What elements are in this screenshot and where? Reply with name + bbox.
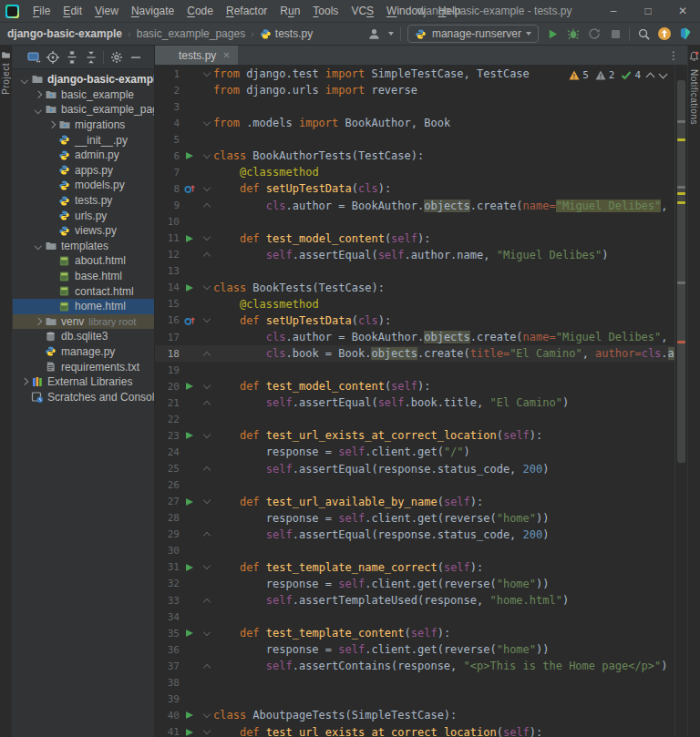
- select-opened-file-icon[interactable]: [26, 49, 41, 65]
- run-test-gutter-icon[interactable]: [180, 284, 200, 292]
- code-line-16[interactable]: 16 def setUpTestData(cls):: [155, 312, 687, 329]
- run-test-gutter-icon[interactable]: [180, 498, 200, 506]
- breadcrumb-item-django-basic-example[interactable]: django-basic-example: [7, 27, 122, 40]
- code-text[interactable]: def test_model_content(self):: [213, 232, 687, 245]
- run-configuration-select[interactable]: manage-runserver: [407, 25, 539, 43]
- code-text[interactable]: def setUpTestData(cls):: [213, 314, 687, 327]
- coverage-button[interactable]: [587, 26, 602, 41]
- breadcrumb-item-basic_example_pages[interactable]: basic_example_pages: [137, 27, 245, 40]
- code-line-39[interactable]: 39: [155, 691, 687, 707]
- code-text[interactable]: class AboutpageTests(SimpleTestCase):: [213, 709, 687, 722]
- code-line-31[interactable]: 31 def test_template_name_correct(self):: [155, 559, 687, 576]
- tree-item-migrations[interactable]: migrations: [13, 118, 154, 133]
- fold-collapse-icon[interactable]: [200, 714, 213, 717]
- warnings-count[interactable]: 5: [569, 69, 589, 81]
- code-text[interactable]: self.assertTemplateUsed(response, "home.…: [213, 594, 687, 607]
- settings-icon[interactable]: [108, 49, 124, 65]
- code-line-29[interactable]: 29 self.assertEqual(response.status_code…: [155, 527, 687, 543]
- tree-chevron-right-icon[interactable]: [46, 122, 57, 128]
- fold-collapse-icon[interactable]: [200, 385, 213, 388]
- user-dropdown-arrow-icon[interactable]: [388, 32, 394, 36]
- fold-end-icon[interactable]: [200, 204, 213, 207]
- menu-item-code[interactable]: Code: [180, 0, 220, 22]
- overriding-method-gutter-icon[interactable]: [180, 314, 200, 327]
- run-test-gutter-icon[interactable]: [180, 630, 200, 637]
- tree-chevron-down-icon[interactable]: [32, 107, 44, 113]
- fold-end-icon[interactable]: [200, 665, 213, 668]
- tree-item-venv[interactable]: venvlibrary root: [13, 314, 154, 330]
- next-issue-icon[interactable]: [659, 70, 668, 79]
- run-button[interactable]: [545, 26, 560, 41]
- breadcrumb-item-tests.py[interactable]: tests.py: [260, 27, 313, 40]
- code-text[interactable]: @classmethod: [213, 298, 687, 311]
- expand-all-icon[interactable]: [64, 49, 79, 65]
- tree-chevron-right-icon[interactable]: [32, 319, 44, 324]
- notifications-bell-icon[interactable]: [689, 49, 699, 66]
- code-line-19[interactable]: 19: [155, 362, 687, 378]
- code-line-33[interactable]: 33 self.assertTemplateUsed(response, "ho…: [155, 592, 687, 609]
- run-test-gutter-icon[interactable]: [180, 383, 200, 390]
- tree-item-urls-py[interactable]: urls.py: [13, 208, 154, 223]
- code-text[interactable]: def test_model_content(self):: [213, 380, 687, 393]
- code-line-25[interactable]: 25 self.assertEqual(response.status_code…: [155, 461, 687, 477]
- code-line-6[interactable]: 6class BookAuthorTests(TestCase):: [155, 148, 687, 164]
- tree-item-models-py[interactable]: models.py: [13, 178, 154, 193]
- code-text[interactable]: def test_template_name_correct(self):: [213, 561, 687, 574]
- code-line-10[interactable]: 10: [155, 214, 687, 230]
- menu-item-navigate[interactable]: Navigate: [125, 0, 180, 22]
- menu-item-refactor[interactable]: Refactor: [220, 0, 273, 22]
- menu-item-edit[interactable]: Edit: [57, 0, 88, 22]
- code-line-5[interactable]: 5: [155, 131, 687, 148]
- code-line-4[interactable]: 4from .models import BookAuthor, Book: [155, 115, 687, 131]
- update-available-button[interactable]: [657, 26, 672, 41]
- previous-issue-icon[interactable]: [646, 72, 655, 81]
- code-line-32[interactable]: 32 response = self.client.get(reverse("h…: [155, 576, 687, 592]
- inspections-widget[interactable]: 5 2 4: [566, 68, 669, 82]
- fold-collapse-icon[interactable]: [200, 566, 213, 568]
- code-line-38[interactable]: 38: [155, 674, 687, 691]
- project-tool-window-button[interactable]: Project: [1, 63, 11, 95]
- code-line-24[interactable]: 24 response = self.client.get("/"): [155, 444, 687, 460]
- code-line-30[interactable]: 30: [155, 543, 687, 559]
- notifications-tool-window-button[interactable]: Notifications: [689, 69, 699, 125]
- code-line-36[interactable]: 36 response = self.client.get(reverse("h…: [155, 641, 687, 658]
- code-text[interactable]: from django.urls import reverse: [213, 84, 687, 97]
- code-text[interactable]: from .models import BookAuthor, Book: [213, 117, 687, 129]
- menu-item-tools[interactable]: Tools: [306, 0, 345, 22]
- menu-item-file[interactable]: File: [26, 0, 57, 22]
- fold-collapse-icon[interactable]: [200, 155, 213, 158]
- code-line-13[interactable]: 13: [155, 263, 687, 280]
- code-line-12[interactable]: 12 self.assertEqual(self.author.name, "M…: [155, 247, 687, 263]
- code-line-2[interactable]: 2from django.urls import reverse: [155, 82, 687, 98]
- code-line-35[interactable]: 35 def test_template_content(self):: [155, 625, 687, 641]
- tree-chevron-right-icon[interactable]: [32, 92, 44, 97]
- code-text[interactable]: cls.book = Book.objects.create(title="El…: [213, 347, 687, 360]
- code-line-17[interactable]: 17 cls.author = BookAuthor.objects.creat…: [155, 329, 687, 345]
- hide-icon[interactable]: [128, 49, 143, 65]
- code-text[interactable]: self.assertEqual(self.book.title, "El Ca…: [213, 396, 687, 409]
- close-button[interactable]: ✕: [665, 0, 700, 22]
- tree-item-manage-py[interactable]: manage.py: [13, 344, 154, 360]
- fold-collapse-icon[interactable]: [200, 286, 213, 289]
- tree-chevron-right-icon[interactable]: [18, 379, 30, 384]
- tree-item-requirements-txt[interactable]: requirements.txt: [13, 359, 154, 374]
- code-line-15[interactable]: 15 @classmethod: [155, 296, 687, 312]
- menu-item-vcs[interactable]: VCS: [345, 0, 380, 22]
- fold-end-icon[interactable]: [200, 599, 213, 602]
- code-line-18[interactable]: 18 cls.book = Book.objects.create(title=…: [155, 345, 687, 362]
- code-line-22[interactable]: 22: [155, 411, 687, 427]
- tab-close-icon[interactable]: ✕: [222, 50, 230, 60]
- code-line-27[interactable]: 27 def test_url_available_by_name(self):: [155, 494, 687, 510]
- locate-icon[interactable]: [45, 49, 60, 65]
- code-text[interactable]: self.assertEqual(response.status_code, 2…: [213, 463, 687, 476]
- fold-collapse-icon[interactable]: [200, 73, 213, 76]
- user-icon[interactable]: [367, 26, 382, 41]
- code-line-3[interactable]: 3: [155, 98, 687, 115]
- menu-item-run[interactable]: Run: [273, 0, 306, 22]
- code-line-37[interactable]: 37 self.assertContains(response, "<p>Thi…: [155, 658, 687, 674]
- fold-collapse-icon[interactable]: [200, 122, 213, 125]
- code-text[interactable]: def test_template_content(self):: [213, 627, 687, 640]
- weak-warnings-count[interactable]: 2: [595, 69, 615, 81]
- code-text[interactable]: class BookAuthorTests(TestCase):: [213, 149, 687, 162]
- code-text[interactable]: cls.author = BookAuthor.objects.create(n…: [213, 200, 687, 212]
